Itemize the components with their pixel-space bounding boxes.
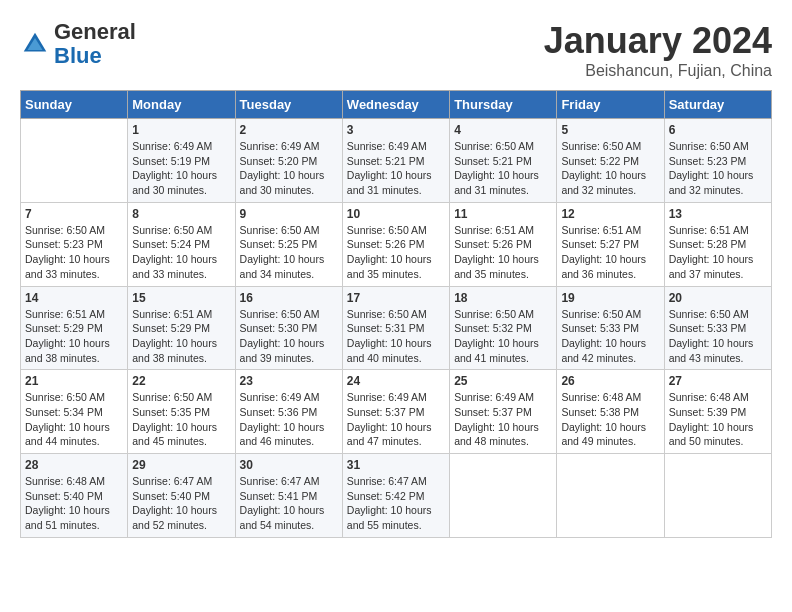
cell-content: Sunrise: 6:50 AM Sunset: 5:24 PM Dayligh…	[132, 223, 230, 282]
day-number: 9	[240, 207, 338, 221]
day-number: 17	[347, 291, 445, 305]
calendar-cell: 26Sunrise: 6:48 AM Sunset: 5:38 PM Dayli…	[557, 370, 664, 454]
calendar-cell: 17Sunrise: 6:50 AM Sunset: 5:31 PM Dayli…	[342, 286, 449, 370]
cell-content: Sunrise: 6:48 AM Sunset: 5:40 PM Dayligh…	[25, 474, 123, 533]
logo-general-text: General	[54, 19, 136, 44]
week-row-0: 1Sunrise: 6:49 AM Sunset: 5:19 PM Daylig…	[21, 119, 772, 203]
calendar-cell: 11Sunrise: 6:51 AM Sunset: 5:26 PM Dayli…	[450, 202, 557, 286]
day-number: 4	[454, 123, 552, 137]
day-header-friday: Friday	[557, 91, 664, 119]
cell-content: Sunrise: 6:48 AM Sunset: 5:39 PM Dayligh…	[669, 390, 767, 449]
day-number: 19	[561, 291, 659, 305]
day-number: 26	[561, 374, 659, 388]
day-number: 29	[132, 458, 230, 472]
calendar-cell: 21Sunrise: 6:50 AM Sunset: 5:34 PM Dayli…	[21, 370, 128, 454]
title-area: January 2024 Beishancun, Fujian, China	[544, 20, 772, 80]
month-title: January 2024	[544, 20, 772, 62]
day-header-sunday: Sunday	[21, 91, 128, 119]
cell-content: Sunrise: 6:50 AM Sunset: 5:35 PM Dayligh…	[132, 390, 230, 449]
cell-content: Sunrise: 6:51 AM Sunset: 5:26 PM Dayligh…	[454, 223, 552, 282]
day-number: 23	[240, 374, 338, 388]
day-header-saturday: Saturday	[664, 91, 771, 119]
logo: General Blue	[20, 20, 136, 68]
calendar-cell: 14Sunrise: 6:51 AM Sunset: 5:29 PM Dayli…	[21, 286, 128, 370]
cell-content: Sunrise: 6:50 AM Sunset: 5:26 PM Dayligh…	[347, 223, 445, 282]
day-header-wednesday: Wednesday	[342, 91, 449, 119]
cell-content: Sunrise: 6:50 AM Sunset: 5:32 PM Dayligh…	[454, 307, 552, 366]
day-number: 21	[25, 374, 123, 388]
calendar-cell: 10Sunrise: 6:50 AM Sunset: 5:26 PM Dayli…	[342, 202, 449, 286]
cell-content: Sunrise: 6:50 AM Sunset: 5:30 PM Dayligh…	[240, 307, 338, 366]
cell-content: Sunrise: 6:51 AM Sunset: 5:28 PM Dayligh…	[669, 223, 767, 282]
calendar-cell: 20Sunrise: 6:50 AM Sunset: 5:33 PM Dayli…	[664, 286, 771, 370]
cell-content: Sunrise: 6:51 AM Sunset: 5:29 PM Dayligh…	[25, 307, 123, 366]
day-number: 18	[454, 291, 552, 305]
calendar-cell	[664, 454, 771, 538]
day-number: 8	[132, 207, 230, 221]
cell-content: Sunrise: 6:49 AM Sunset: 5:37 PM Dayligh…	[454, 390, 552, 449]
day-number: 14	[25, 291, 123, 305]
calendar-cell: 27Sunrise: 6:48 AM Sunset: 5:39 PM Dayli…	[664, 370, 771, 454]
calendar-cell: 19Sunrise: 6:50 AM Sunset: 5:33 PM Dayli…	[557, 286, 664, 370]
cell-content: Sunrise: 6:50 AM Sunset: 5:33 PM Dayligh…	[669, 307, 767, 366]
day-header-thursday: Thursday	[450, 91, 557, 119]
calendar-cell: 5Sunrise: 6:50 AM Sunset: 5:22 PM Daylig…	[557, 119, 664, 203]
cell-content: Sunrise: 6:50 AM Sunset: 5:25 PM Dayligh…	[240, 223, 338, 282]
calendar-cell: 24Sunrise: 6:49 AM Sunset: 5:37 PM Dayli…	[342, 370, 449, 454]
calendar-cell: 25Sunrise: 6:49 AM Sunset: 5:37 PM Dayli…	[450, 370, 557, 454]
calendar-cell: 6Sunrise: 6:50 AM Sunset: 5:23 PM Daylig…	[664, 119, 771, 203]
cell-content: Sunrise: 6:49 AM Sunset: 5:20 PM Dayligh…	[240, 139, 338, 198]
cell-content: Sunrise: 6:47 AM Sunset: 5:40 PM Dayligh…	[132, 474, 230, 533]
day-number: 2	[240, 123, 338, 137]
day-number: 31	[347, 458, 445, 472]
cell-content: Sunrise: 6:50 AM Sunset: 5:22 PM Dayligh…	[561, 139, 659, 198]
week-row-4: 28Sunrise: 6:48 AM Sunset: 5:40 PM Dayli…	[21, 454, 772, 538]
cell-content: Sunrise: 6:50 AM Sunset: 5:21 PM Dayligh…	[454, 139, 552, 198]
day-number: 28	[25, 458, 123, 472]
day-number: 5	[561, 123, 659, 137]
day-number: 1	[132, 123, 230, 137]
day-number: 6	[669, 123, 767, 137]
calendar-cell: 23Sunrise: 6:49 AM Sunset: 5:36 PM Dayli…	[235, 370, 342, 454]
cell-content: Sunrise: 6:51 AM Sunset: 5:27 PM Dayligh…	[561, 223, 659, 282]
location-title: Beishancun, Fujian, China	[544, 62, 772, 80]
day-number: 25	[454, 374, 552, 388]
calendar-cell: 4Sunrise: 6:50 AM Sunset: 5:21 PM Daylig…	[450, 119, 557, 203]
logo-text: General Blue	[54, 20, 136, 68]
calendar-cell: 12Sunrise: 6:51 AM Sunset: 5:27 PM Dayli…	[557, 202, 664, 286]
calendar-cell: 7Sunrise: 6:50 AM Sunset: 5:23 PM Daylig…	[21, 202, 128, 286]
day-header-monday: Monday	[128, 91, 235, 119]
day-number: 27	[669, 374, 767, 388]
calendar-cell: 9Sunrise: 6:50 AM Sunset: 5:25 PM Daylig…	[235, 202, 342, 286]
day-number: 10	[347, 207, 445, 221]
header: General Blue January 2024 Beishancun, Fu…	[20, 20, 772, 80]
cell-content: Sunrise: 6:48 AM Sunset: 5:38 PM Dayligh…	[561, 390, 659, 449]
cell-content: Sunrise: 6:50 AM Sunset: 5:34 PM Dayligh…	[25, 390, 123, 449]
cell-content: Sunrise: 6:49 AM Sunset: 5:21 PM Dayligh…	[347, 139, 445, 198]
calendar-cell: 29Sunrise: 6:47 AM Sunset: 5:40 PM Dayli…	[128, 454, 235, 538]
day-number: 20	[669, 291, 767, 305]
week-row-3: 21Sunrise: 6:50 AM Sunset: 5:34 PM Dayli…	[21, 370, 772, 454]
calendar-cell	[21, 119, 128, 203]
cell-content: Sunrise: 6:49 AM Sunset: 5:19 PM Dayligh…	[132, 139, 230, 198]
calendar-cell: 18Sunrise: 6:50 AM Sunset: 5:32 PM Dayli…	[450, 286, 557, 370]
cell-content: Sunrise: 6:50 AM Sunset: 5:23 PM Dayligh…	[669, 139, 767, 198]
cell-content: Sunrise: 6:51 AM Sunset: 5:29 PM Dayligh…	[132, 307, 230, 366]
calendar-cell: 13Sunrise: 6:51 AM Sunset: 5:28 PM Dayli…	[664, 202, 771, 286]
day-number: 7	[25, 207, 123, 221]
cell-content: Sunrise: 6:50 AM Sunset: 5:31 PM Dayligh…	[347, 307, 445, 366]
cell-content: Sunrise: 6:50 AM Sunset: 5:33 PM Dayligh…	[561, 307, 659, 366]
calendar-cell: 28Sunrise: 6:48 AM Sunset: 5:40 PM Dayli…	[21, 454, 128, 538]
cell-content: Sunrise: 6:49 AM Sunset: 5:37 PM Dayligh…	[347, 390, 445, 449]
day-number: 3	[347, 123, 445, 137]
calendar-cell	[557, 454, 664, 538]
calendar-cell: 22Sunrise: 6:50 AM Sunset: 5:35 PM Dayli…	[128, 370, 235, 454]
calendar-cell: 2Sunrise: 6:49 AM Sunset: 5:20 PM Daylig…	[235, 119, 342, 203]
week-row-2: 14Sunrise: 6:51 AM Sunset: 5:29 PM Dayli…	[21, 286, 772, 370]
days-header-row: SundayMondayTuesdayWednesdayThursdayFrid…	[21, 91, 772, 119]
day-number: 13	[669, 207, 767, 221]
calendar-cell: 16Sunrise: 6:50 AM Sunset: 5:30 PM Dayli…	[235, 286, 342, 370]
day-number: 16	[240, 291, 338, 305]
calendar-cell: 30Sunrise: 6:47 AM Sunset: 5:41 PM Dayli…	[235, 454, 342, 538]
logo-blue-text: Blue	[54, 43, 102, 68]
